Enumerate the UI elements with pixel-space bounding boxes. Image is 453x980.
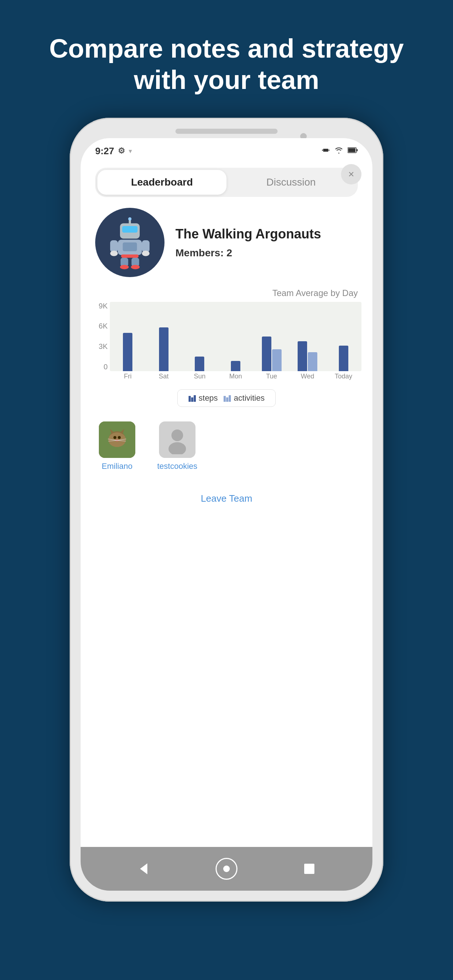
- default-person-icon: [163, 425, 192, 454]
- bar-group-wed: Wed: [290, 341, 326, 382]
- svg-rect-12: [121, 255, 139, 258]
- bar-group-fri: Fri: [110, 333, 146, 382]
- phone-screen: 9:27 ⚙ ▾: [81, 138, 372, 891]
- svg-point-40: [169, 442, 186, 454]
- emiliano-photo: [99, 422, 135, 458]
- bar-label-sun: Sun: [194, 372, 205, 382]
- wifi-icon: [335, 146, 343, 155]
- status-time: 9:27: [95, 145, 114, 157]
- home-circle-inner: [223, 865, 230, 872]
- tab-discussion[interactable]: Discussion: [226, 170, 356, 195]
- svg-point-31: [118, 436, 121, 439]
- bar-steps-today: [339, 345, 348, 371]
- team-header: The Walking Argonauts Members: 2: [81, 197, 372, 288]
- nav-home-button[interactable]: [215, 858, 238, 880]
- home-circle-icon: [215, 858, 238, 880]
- chart-section: Team Average by Day 9K 6K 3K 0: [81, 288, 372, 407]
- svg-rect-7: [122, 226, 137, 232]
- testcookies-avatar: [159, 422, 196, 458]
- testcookies-name: testcookies: [157, 461, 197, 471]
- team-avatar: [95, 208, 164, 277]
- bottom-nav: [81, 847, 372, 891]
- svg-point-20: [131, 265, 140, 269]
- svg-point-39: [171, 430, 183, 441]
- battery-icon: [348, 147, 358, 154]
- bar-label-fri: Fri: [124, 372, 132, 382]
- phone-frame: 9:27 ⚙ ▾: [70, 118, 383, 902]
- bar-group-sun: Sun: [182, 356, 218, 382]
- emiliano-avatar: [99, 422, 135, 458]
- leave-team-button[interactable]: Leave Team: [201, 493, 252, 504]
- legend-box: steps activities: [177, 390, 276, 407]
- nav-back-button[interactable]: [133, 858, 155, 880]
- svg-rect-11: [123, 242, 137, 251]
- svg-rect-24: [223, 396, 226, 402]
- bar-group-sat: Sat: [146, 328, 182, 382]
- bar-label-today: Today: [335, 372, 353, 382]
- bar-group-mon: Mon: [218, 361, 254, 382]
- y-label-6k: 6K: [99, 322, 108, 330]
- close-button[interactable]: ×: [341, 164, 362, 185]
- screen-content: × Leaderboard Discussion: [81, 161, 372, 847]
- legend-steps: steps: [188, 393, 218, 403]
- bar-steps-sun: [195, 356, 204, 371]
- legend-steps-label: steps: [199, 393, 218, 403]
- emiliano-name: Emiliano: [102, 461, 132, 471]
- bar-steps-mon: [231, 361, 240, 371]
- status-right: [321, 146, 358, 156]
- back-icon: [136, 862, 151, 876]
- member-testcookies[interactable]: testcookies: [157, 422, 197, 471]
- y-label-9k: 9K: [99, 302, 108, 310]
- svg-rect-21: [188, 396, 191, 402]
- member-emiliano[interactable]: Emiliano: [99, 422, 135, 471]
- svg-rect-13: [110, 240, 118, 252]
- chart-legend: steps activities: [91, 390, 362, 407]
- bar-steps-tue: [262, 337, 271, 371]
- bar-activities-tue: [272, 349, 282, 371]
- members-section: Emiliano testcookies: [81, 414, 372, 478]
- y-label-3k: 3K: [99, 342, 108, 351]
- bar-label-mon: Mon: [230, 372, 242, 382]
- status-bar: 9:27 ⚙ ▾: [81, 138, 372, 161]
- svg-rect-4: [348, 148, 356, 153]
- svg-rect-22: [191, 398, 193, 402]
- phone-notch: [175, 129, 278, 134]
- bar-activities-wed: [308, 352, 317, 371]
- bar-label-sat: Sat: [159, 372, 169, 382]
- chart-title: Team Average by Day: [91, 288, 362, 298]
- svg-rect-26: [229, 395, 231, 402]
- svg-marker-41: [140, 863, 147, 874]
- svg-point-9: [128, 217, 132, 221]
- svg-rect-23: [194, 395, 196, 402]
- settings-icon: ⚙: [118, 146, 125, 156]
- hero-title: Compare notes and strategy with your tea…: [0, 33, 453, 96]
- svg-point-30: [113, 436, 116, 439]
- svg-rect-5: [357, 149, 358, 151]
- svg-rect-25: [226, 398, 228, 402]
- signal-icon: ▾: [129, 148, 132, 154]
- team-name: The Walking Argonauts: [175, 226, 358, 243]
- leave-team-section: Leave Team: [81, 493, 372, 504]
- legend-activities-label: activities: [234, 393, 265, 403]
- nav-recents-button[interactable]: [298, 858, 320, 880]
- y-label-0: 0: [104, 363, 108, 371]
- bar-steps-wed: [298, 341, 307, 371]
- bar-steps-fri: [123, 333, 132, 371]
- tab-container: Leaderboard Discussion: [95, 168, 358, 197]
- vibrate-icon: [321, 146, 330, 156]
- svg-point-16: [142, 250, 150, 256]
- svg-point-15: [110, 250, 118, 256]
- legend-activities: activities: [223, 393, 265, 403]
- team-members: Members: 2: [175, 247, 358, 259]
- svg-rect-1: [322, 150, 323, 151]
- svg-point-19: [120, 265, 129, 269]
- status-left: 9:27 ⚙ ▾: [95, 145, 132, 157]
- svg-rect-2: [329, 150, 329, 151]
- svg-rect-0: [323, 149, 328, 152]
- robot-icon: [102, 215, 157, 270]
- svg-rect-14: [142, 240, 150, 252]
- bar-steps-sat: [159, 328, 169, 371]
- tab-leaderboard[interactable]: Leaderboard: [97, 170, 226, 195]
- steps-bar-icon: [188, 395, 196, 402]
- bar-label-wed: Wed: [301, 372, 314, 382]
